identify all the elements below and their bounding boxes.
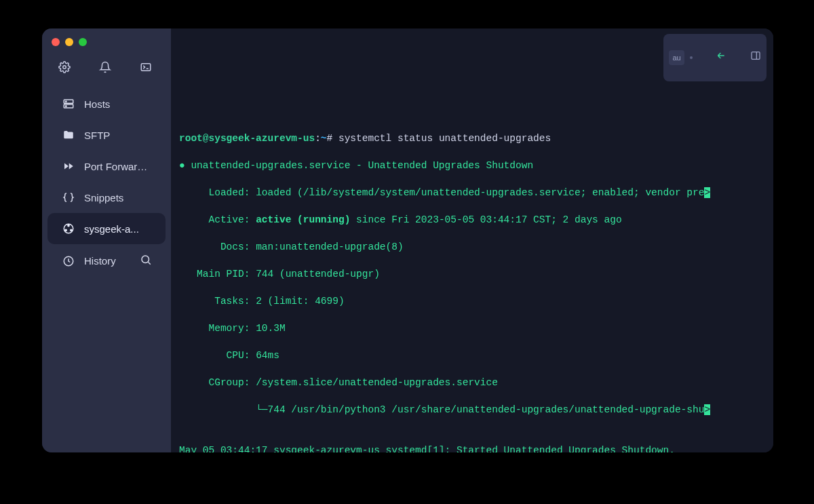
cgroup-value: /system.slice/unattended-upgrades.servic… xyxy=(256,377,498,388)
separator-dot xyxy=(690,56,693,59)
docs-value: man:unattended-upgrade(8) xyxy=(256,241,404,252)
svg-rect-12 xyxy=(752,52,760,60)
prompt-line: root@sysgeek-azurevm-us:~# systemctl sta… xyxy=(179,132,768,145)
svg-rect-1 xyxy=(141,64,151,71)
unit-line: unattended-upgrades.service - Unattended… xyxy=(185,160,533,171)
svg-point-9 xyxy=(71,229,72,231)
journal-line: May 05 03:44:17 sysgeek-azurevm-us syste… xyxy=(179,445,675,452)
svg-point-5 xyxy=(66,106,67,107)
svg-point-4 xyxy=(66,101,67,102)
minimize-window-button[interactable] xyxy=(65,38,73,46)
zoom-window-button[interactable] xyxy=(79,38,87,46)
sidebar-item-label: Snippets xyxy=(84,192,123,203)
toolbar-badge[interactable]: au xyxy=(669,50,684,65)
terminal-prompt-icon[interactable] xyxy=(140,61,152,76)
sidebar-item-session[interactable]: sysgeek-a... xyxy=(47,213,166,244)
active-state: active (running) xyxy=(256,214,350,225)
sidebar-item-port-forwarding[interactable]: Port Forwarding xyxy=(47,151,166,182)
prompt-path: ~ xyxy=(321,133,327,144)
active-since: since Fri 2023-05-05 03:44:17 CST; 2 day… xyxy=(350,214,621,225)
terminal-output: root@sysgeek-azurevm-us:~# systemctl sta… xyxy=(179,118,768,452)
tasks-value: 2 (limit: 4699) xyxy=(256,296,345,307)
svg-point-0 xyxy=(63,66,66,69)
svg-point-8 xyxy=(65,229,66,231)
line-overflow-marker: > xyxy=(704,404,710,415)
gear-icon[interactable] xyxy=(58,61,71,76)
sidebar-item-label: Hosts xyxy=(84,98,110,110)
window-controls xyxy=(42,35,171,61)
bell-icon[interactable] xyxy=(99,61,111,76)
sidebar: Hosts SFTP Port Forwarding Snippets sysg… xyxy=(42,28,171,452)
sidebar-item-label: SFTP xyxy=(84,130,110,141)
sidebar-item-label: sysgeek-a... xyxy=(84,223,139,235)
sidebar-item-label: Port Forwarding xyxy=(84,161,152,172)
split-pane-icon[interactable] xyxy=(732,37,761,79)
sidebar-item-history[interactable]: History xyxy=(47,244,166,277)
share-icon[interactable] xyxy=(698,37,727,79)
search-icon[interactable] xyxy=(140,254,152,268)
status-dot-icon: ● xyxy=(179,160,185,171)
sidebar-item-snippets[interactable]: Snippets xyxy=(47,182,166,213)
terminal-toolbar: au xyxy=(663,34,767,81)
braces-icon xyxy=(62,191,75,203)
sidebar-item-hosts[interactable]: Hosts xyxy=(47,88,166,119)
cpu-value: 64ms xyxy=(256,350,279,361)
prompt-user-host: root@sysgeek-azurevm-us xyxy=(179,133,315,144)
loaded-value: loaded (/lib/systemd/system/unattended-u… xyxy=(256,187,704,198)
app-window: Hosts SFTP Port Forwarding Snippets sysg… xyxy=(42,28,773,452)
server-icon xyxy=(62,98,75,110)
sidebar-item-sftp[interactable]: SFTP xyxy=(47,119,166,151)
terminal-pane[interactable]: au root@sysgeek-azurevm-us:~# systemctl … xyxy=(171,28,773,452)
command-text: systemctl status unattended-upgrades xyxy=(338,133,551,144)
main-pid: 744 (unattended-upgr) xyxy=(256,269,380,279)
ubuntu-icon xyxy=(62,222,75,235)
sidebar-top-icons xyxy=(42,61,171,88)
memory-value: 10.3M xyxy=(256,323,286,334)
line-overflow-marker: > xyxy=(704,187,710,198)
svg-point-7 xyxy=(68,225,69,226)
svg-point-11 xyxy=(142,256,149,263)
close-window-button[interactable] xyxy=(52,38,60,46)
forward-icon xyxy=(62,160,75,172)
sidebar-item-label: History xyxy=(84,255,116,267)
clock-icon xyxy=(62,255,75,267)
cgroup-tree: └─744 /usr/bin/python3 /usr/share/unatte… xyxy=(179,404,704,415)
folder-icon xyxy=(62,129,75,141)
